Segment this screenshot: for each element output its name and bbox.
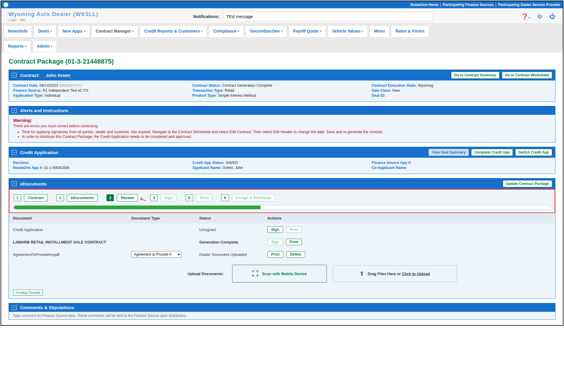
drag-upload-area[interactable]: ⇪ Drag Files Here or Click to Upload [333,265,457,282]
topbar-link-home[interactable]: RouteOne Home [411,3,438,7]
dealer-login-link[interactable]: Login [9,18,17,22]
warning-list: Time for applying signatures from all pa… [22,130,551,139]
credit-app-status-label[interactable]: Credit App Status: [192,161,224,165]
deal-id-label[interactable]: Deal ID: [372,93,386,98]
funding-checklist-button[interactable]: Funding Checklist [13,290,43,296]
edocuments-panel: − eDocuments Update Contract Package 1 C… [9,178,555,299]
click-to-upload-link[interactable]: Click to Upload [402,272,430,276]
nav-menu[interactable]: Menu [369,25,389,37]
topbar-link-finance[interactable]: Participating Finance Sources [443,3,494,7]
sign-button[interactable]: Sign [267,226,283,233]
warning-title: Warning: [13,118,551,123]
drag-prefix: Drag Files Here or [368,272,402,276]
chevron-down-icon: ▾ [51,45,52,48]
notifications-input[interactable] [223,12,433,21]
chevron-down-icon: ▾ [25,45,26,48]
product-type-value: Simple Interest Method [218,93,256,98]
edoc-panel-title: eDocuments [20,181,47,186]
applicant-name-label[interactable]: Applicant Name: [192,166,222,170]
update-contract-package-button[interactable]: Update Contract Package [503,180,552,187]
nav-contract-manager[interactable]: Contract Manager▾ [91,25,138,37]
go-contract-worksheet-button[interactable]: Go to Contract Worksheet [502,72,552,79]
nav-new-apps[interactable]: New Apps▾ [58,25,89,37]
doc-status: Dealer Document Uploaded [199,252,267,257]
collapse-icon[interactable]: − [12,108,17,113]
nav-compliance[interactable]: Compliance▾ [209,25,244,37]
routeone-app-label[interactable]: RouteOne App #: [13,166,43,170]
gear-icon[interactable]: ⚙ [537,13,542,20]
print-button[interactable]: Print [267,251,283,258]
col-actions: Actions [267,216,551,220]
doctype-select[interactable]: Agreement to Provide A [131,251,182,258]
print-button[interactable]: Print [286,239,302,245]
product-type-label[interactable]: Product Type: [192,93,217,98]
contract-name: John Green [46,73,70,78]
warning-subtitle: There are errors you must correct before… [13,124,551,128]
credit-app-panel: − Credit Application View Deal Summary C… [9,147,555,174]
contract-status-label[interactable]: Contract Status: [192,83,221,88]
help-icon[interactable]: ❓▾ [521,13,530,20]
execution-state-value: Wyoming [418,83,433,88]
collapse-icon[interactable]: − [12,150,17,155]
doc-name: LAWARB RETAIL INSTALLMENT SALE CONTRACT [13,240,131,244]
go-contract-summary-button[interactable]: Go to Contract Summary [451,72,500,79]
step-contract-button[interactable]: Contract [24,194,47,201]
chevron-down-icon: ▾ [50,30,52,33]
finance-source-value: R1 Independent Test eC FS [43,88,88,93]
nav-admin[interactable]: Admin▾ [33,41,57,52]
complete-credit-app-button[interactable]: Complete Credit App [471,149,513,156]
nav-rates-forms[interactable]: Rates & Forms [391,25,429,37]
comments-panel-title: Comments & Stipulations [20,305,74,310]
application-type-label[interactable]: Application Type: [13,93,44,98]
doc-status: Generation Complete [199,240,267,244]
nav-reports[interactable]: Reports▾ [4,41,31,52]
alerts-panel: − Alerts and Instructions Warning: There… [9,106,555,143]
decision-label[interactable]: Decision: [13,161,30,165]
nav-securedoc[interactable]: SecureDocOne▾ [245,25,287,37]
finance-source-label[interactable]: Finance Source: [13,88,42,93]
col-document: Document [13,216,131,220]
collapse-icon[interactable]: − [12,305,17,310]
contract-date-label[interactable]: Contract Date: [13,83,38,88]
page-title: Contract Package (01-3-21448875) [9,58,555,65]
step-3-num: 3 [106,194,114,201]
dealer-block: Wyoming Auto Dealer (WK5LL) Login Info [9,11,98,22]
sale-class-label[interactable]: Sale Class: [372,88,392,93]
contract-panel: − Contract: John Green Go to Contract Su… [9,70,555,102]
sign-button: Sign [267,239,283,245]
step-review-button[interactable]: Review [117,194,138,201]
transaction-type-label[interactable]: Transaction Type: [192,88,224,93]
step-edocuments-button[interactable]: eDocuments [67,194,98,201]
logo-icon [4,2,8,7]
dealer-name: Wyoming Auto Dealer (WK5LL) [9,11,98,17]
delete-button[interactable]: Delete [286,251,305,258]
nav-news-info[interactable]: News/Info [4,25,32,37]
dealer-info-link[interactable]: Info [20,18,25,22]
nav-credit-reports[interactable]: Credit Reports & Customers▾ [140,25,207,37]
switch-credit-app-button[interactable]: Switch Credit App [515,149,552,156]
fs-app-label[interactable]: Finance Source App #: [372,161,412,165]
doc-row: AgreementToProvideInspdf Agreement to Pr… [9,248,555,261]
nav-payoff-quote[interactable]: Payoff Quote▾ [289,25,326,37]
scan-label: Scan with Mobile Device [262,272,307,276]
view-deal-summary-button[interactable]: View Deal Summary [429,149,469,156]
power-icon[interactable]: ⏻ [550,13,555,20]
notifications-label: Notifications: [193,14,219,19]
nav-deals[interactable]: Deals▾ [34,25,56,37]
scan-mobile-button[interactable]: ⛶ Scan with Mobile Device [232,265,327,283]
print-button: Print [286,226,302,233]
wizard-steps: 1 Contract 2 eDocuments 3 Review ↖ 4 Sig… [14,193,550,202]
collapse-icon[interactable]: − [12,73,17,78]
doc-name: Credit Application [13,228,131,232]
step-print-button: Print [196,194,213,201]
contract-status-value: Contract Generation Complete [222,83,272,88]
topbar-sep: | [495,3,496,7]
topbar-link-dealer[interactable]: Participating Dealer Service Provider [498,3,560,7]
nav-vehicle-values[interactable]: Vehicle Values▾ [328,25,368,37]
execution-state-label[interactable]: Contract Execution State: [372,83,417,88]
co-applicant-label[interactable]: Co-Applicant Name: [372,166,407,170]
collapse-icon[interactable]: − [12,181,17,186]
credit-app-status-value: SAVED [226,161,238,165]
chevron-down-icon: ▾ [84,30,85,33]
step-2-num: 2 [56,194,64,201]
